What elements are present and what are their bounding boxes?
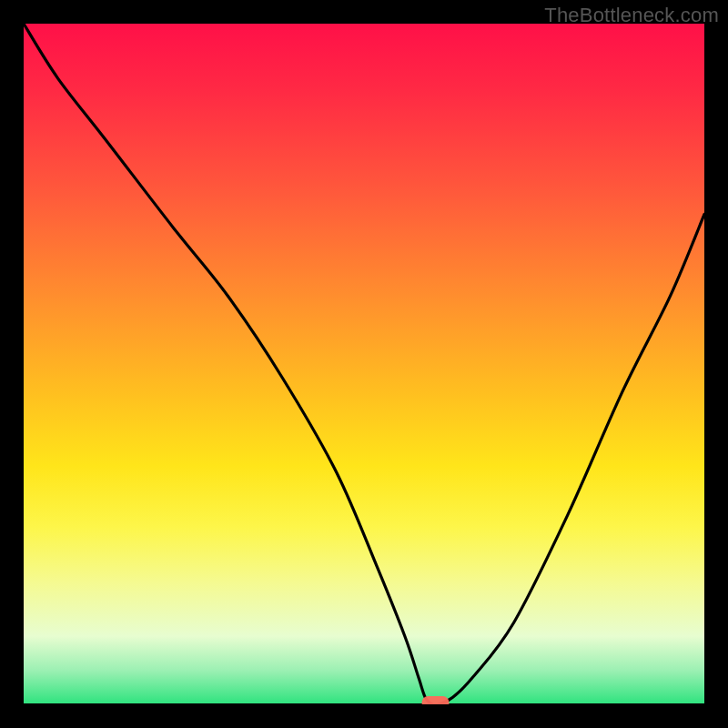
minimum-marker xyxy=(422,696,450,704)
chart-svg xyxy=(24,24,704,704)
chart-frame: TheBottleneck.com xyxy=(0,0,728,728)
watermark-text: TheBottleneck.com xyxy=(544,4,719,27)
plot-area xyxy=(24,24,704,704)
bottleneck-curve xyxy=(24,24,704,704)
